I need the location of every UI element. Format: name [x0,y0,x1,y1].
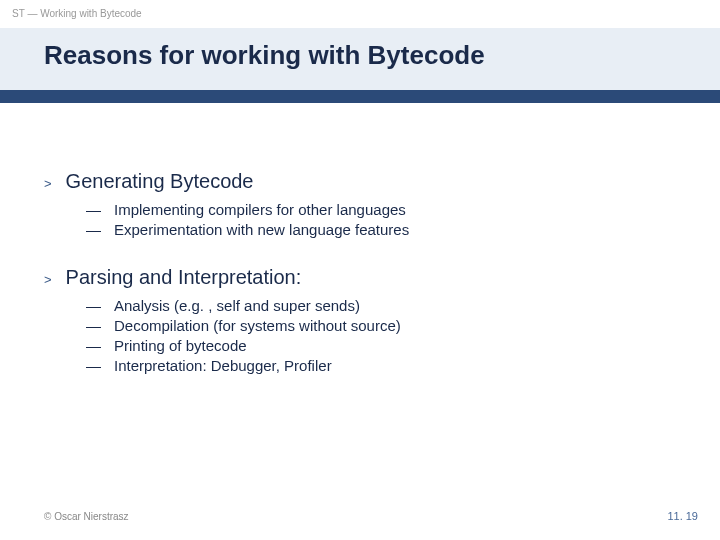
list-item-text: Implementing compilers for other languag… [114,201,406,218]
section-heading: Generating Bytecode [66,170,254,193]
list-item: — Experimentation with new language feat… [86,221,676,238]
footer-pagenum: 11. 19 [667,510,698,522]
chevron-right-icon: > [44,177,52,190]
dash-icon: — [86,317,102,334]
list-item-text: Decompilation (for systems without sourc… [114,317,401,334]
section-generating: > Generating Bytecode — Implementing com… [44,170,676,238]
list-item-text: Analysis (e.g. , self and super sends) [114,297,360,314]
section-parsing: > Parsing and Interpretation: — Analysis… [44,266,676,374]
slide: ST — Working with Bytecode Reasons for w… [0,0,720,540]
dash-icon: — [86,201,102,218]
dash-icon: — [86,221,102,238]
list-item-text: Experimentation with new language featur… [114,221,409,238]
list-item-text: Interpretation: Debugger, Profiler [114,357,332,374]
accent-bar [0,90,720,103]
list-item: — Printing of bytecode [86,337,676,354]
list-item: — Analysis (e.g. , self and super sends) [86,297,676,314]
content-area: > Generating Bytecode — Implementing com… [44,170,676,402]
page-title: Reasons for working with Bytecode [44,40,485,71]
chevron-right-icon: > [44,273,52,286]
dash-icon: — [86,297,102,314]
dash-icon: — [86,357,102,374]
list-item: — Implementing compilers for other langu… [86,201,676,218]
dash-icon: — [86,337,102,354]
section-heading: Parsing and Interpretation: [66,266,302,289]
list-item: — Interpretation: Debugger, Profiler [86,357,676,374]
list-item: — Decompilation (for systems without sou… [86,317,676,334]
header-label: ST — Working with Bytecode [12,8,142,19]
list-item-text: Printing of bytecode [114,337,247,354]
footer-copyright: © Oscar Nierstrasz [44,511,129,522]
